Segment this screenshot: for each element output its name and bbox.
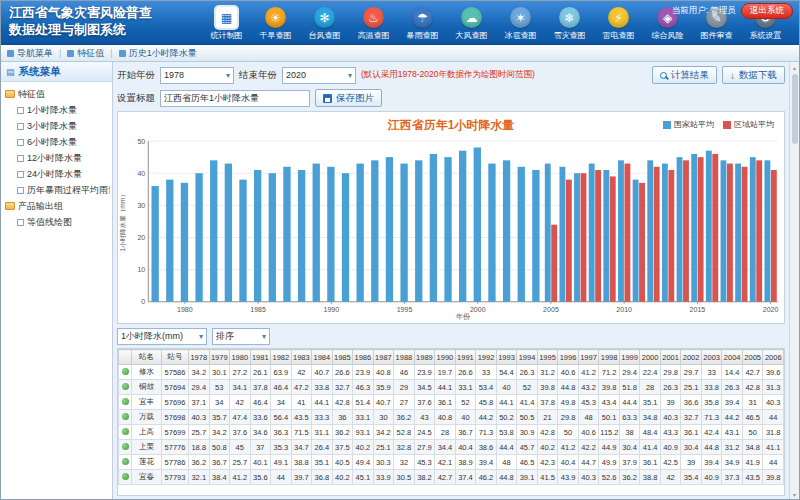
station-map-cell[interactable] <box>119 365 132 380</box>
nav-item-lightning[interactable]: ⚡雷电查图 <box>595 7 642 42</box>
sidebar-group-1[interactable]: 产品输出组 <box>3 198 110 214</box>
scroll-down-icon[interactable]: ▾ <box>790 489 799 499</box>
year-header-1990[interactable]: 1990 <box>435 350 456 365</box>
checkbox-icon[interactable] <box>17 187 24 194</box>
nav-item-heat[interactable]: ♨高温查图 <box>350 7 397 42</box>
table-row[interactable]: 上高5769925.734.237.634.636.371.531.136.29… <box>119 425 784 440</box>
start-year-select[interactable]: 1978 ▾ <box>160 67 234 84</box>
folder-icon <box>5 202 15 210</box>
table-row[interactable]: 宜春5779332.138.441.235.64439.736.840.245.… <box>119 470 784 485</box>
nav-item-sun[interactable]: ☀干旱查图 <box>252 7 299 42</box>
station-map-icon[interactable] <box>122 383 129 390</box>
checkbox-icon[interactable] <box>17 171 24 178</box>
nav-item-snow[interactable]: ❄雪灾查图 <box>546 7 593 42</box>
nav-item-chart[interactable]: ▦统计制图 <box>203 7 250 42</box>
value-type-select[interactable]: 1小时降水(mm) ▾ <box>117 328 207 345</box>
sidebar-item-0-5[interactable]: 历年暴雨过程平均雨量 <box>3 182 110 198</box>
tab-item-2[interactable]: 历史1小时降水量 <box>119 47 197 60</box>
download-button[interactable]: ↓ 数据下载 <box>722 66 785 84</box>
year-header-1994[interactable]: 1994 <box>517 350 538 365</box>
sidebar-item-0-1[interactable]: 3小时降水量 <box>3 118 110 134</box>
year-header-1979[interactable]: 1979 <box>209 350 230 365</box>
station-name-header[interactable]: 站名 <box>132 350 162 365</box>
svg-text:40: 40 <box>137 170 145 177</box>
table-row[interactable]: 上栗5777618.850.8453735.334.726.437.540.22… <box>119 440 784 455</box>
end-year-select[interactable]: 2020 ▾ <box>282 67 356 84</box>
year-header-1997[interactable]: 1997 <box>578 350 599 365</box>
tab-item-1[interactable]: 特征值 <box>67 47 104 60</box>
year-header-1982[interactable]: 1982 <box>271 350 292 365</box>
year-header-1980[interactable]: 1980 <box>230 350 251 365</box>
year-header-1996[interactable]: 1996 <box>558 350 579 365</box>
sort-select[interactable]: 排序 ▾ <box>212 328 270 345</box>
station-map-cell[interactable] <box>119 425 132 440</box>
year-header-1999[interactable]: 1999 <box>619 350 640 365</box>
year-header-1983[interactable]: 1983 <box>291 350 312 365</box>
year-header-1991[interactable]: 1991 <box>455 350 476 365</box>
station-map-icon[interactable] <box>122 458 129 465</box>
sidebar-item-0-4[interactable]: 24小时降水量 <box>3 166 110 182</box>
checkbox-icon[interactable] <box>17 123 24 130</box>
station-map-cell[interactable] <box>119 410 132 425</box>
year-header-1984[interactable]: 1984 <box>312 350 333 365</box>
station-id-header[interactable]: 站号 <box>162 350 189 365</box>
year-header-1993[interactable]: 1993 <box>496 350 517 365</box>
table-row[interactable]: 万载5769840.335.747.433.656.443.533.33633.… <box>119 410 784 425</box>
station-map-icon[interactable] <box>122 473 129 480</box>
station-map-cell[interactable] <box>119 440 132 455</box>
checkbox-icon[interactable] <box>17 139 24 146</box>
station-map-icon[interactable] <box>122 413 129 420</box>
sidebar-item-1-0[interactable]: 等值线绘图 <box>3 214 110 230</box>
station-map-cell[interactable] <box>119 380 132 395</box>
year-header-1981[interactable]: 1981 <box>250 350 271 365</box>
nav-item-rain[interactable]: ☂暴雨查图 <box>399 7 446 42</box>
sidebar-item-0-2[interactable]: 6小时降水量 <box>3 134 110 150</box>
tab-item-0[interactable]: 导航菜单 <box>7 47 53 60</box>
checkbox-icon[interactable] <box>17 219 24 226</box>
year-header-1978[interactable]: 1978 <box>189 350 210 365</box>
year-header-1995[interactable]: 1995 <box>537 350 558 365</box>
year-header-1998[interactable]: 1998 <box>599 350 620 365</box>
table-row[interactable]: 修水5758634.230.127.226.163.94240.726.623.… <box>119 365 784 380</box>
vertical-scrollbar[interactable]: ▴ ▾ <box>789 62 799 499</box>
year-header-1986[interactable]: 1986 <box>353 350 374 365</box>
station-map-icon[interactable] <box>122 368 129 375</box>
station-name-cell: 上栗 <box>132 440 162 455</box>
chart-title-input[interactable] <box>160 90 310 107</box>
station-map-cell[interactable] <box>119 455 132 470</box>
year-header-2001[interactable]: 2001 <box>660 350 681 365</box>
year-header-1992[interactable]: 1992 <box>476 350 497 365</box>
year-header-2003[interactable]: 2003 <box>701 350 722 365</box>
station-map-cell[interactable] <box>119 395 132 410</box>
sidebar-group-0[interactable]: 特征值 <box>3 86 110 102</box>
station-map-icon[interactable] <box>122 398 129 405</box>
nav-item-hail[interactable]: ✶冰雹查图 <box>497 7 544 42</box>
year-header-2006[interactable]: 2006 <box>763 350 784 365</box>
year-header-1985[interactable]: 1985 <box>332 350 353 365</box>
logout-button[interactable]: 退出系统 <box>741 3 793 19</box>
checkbox-icon[interactable] <box>17 155 24 162</box>
table-row[interactable]: 宜丰5769637.1344246.4344144.142.851.440.72… <box>119 395 784 410</box>
calc-button[interactable]: 计算结果 <box>652 66 717 84</box>
sidebar-item-0-3[interactable]: 12小时降水量 <box>3 150 110 166</box>
scrollbar-thumb[interactable] <box>792 74 798 144</box>
station-map-cell[interactable] <box>119 470 132 485</box>
year-header-2002[interactable]: 2002 <box>681 350 702 365</box>
sidebar-item-0-0[interactable]: 1小时降水量 <box>3 102 110 118</box>
year-header-2005[interactable]: 2005 <box>742 350 763 365</box>
nav-item-typhoon[interactable]: ✻台风查图 <box>301 7 348 42</box>
scroll-up-icon[interactable]: ▴ <box>790 62 799 72</box>
year-header-2000[interactable]: 2000 <box>640 350 661 365</box>
value-cell: 47.2 <box>291 380 312 395</box>
checkbox-icon[interactable] <box>17 107 24 114</box>
save-image-button[interactable]: 保存图片 <box>315 89 382 107</box>
station-map-icon[interactable] <box>122 443 129 450</box>
year-header-1989[interactable]: 1989 <box>414 350 435 365</box>
year-header-1988[interactable]: 1988 <box>394 350 415 365</box>
year-header-1987[interactable]: 1987 <box>373 350 394 365</box>
station-map-icon[interactable] <box>122 428 129 435</box>
table-row[interactable]: 铜鼓5769429.45334.137.846.447.233.832.746.… <box>119 380 784 395</box>
nav-item-wind[interactable]: ☁大风查图 <box>448 7 495 42</box>
table-row[interactable]: 莲花5778636.236.725.740.149.138.835.140.54… <box>119 455 784 470</box>
year-header-2004[interactable]: 2004 <box>722 350 743 365</box>
